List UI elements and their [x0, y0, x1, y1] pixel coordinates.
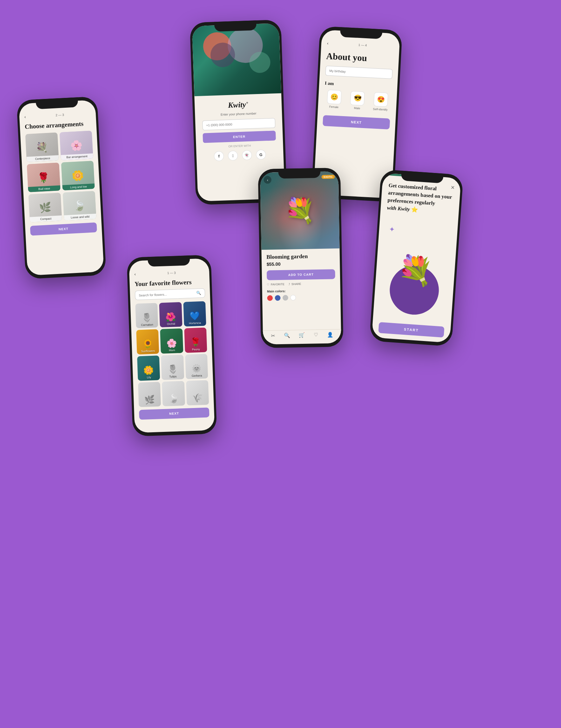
login-subtitle: Enter your phone number	[221, 112, 256, 116]
back-button[interactable]: ‹	[24, 114, 26, 120]
back-button[interactable]: ‹	[327, 40, 329, 46]
flower-gerbera[interactable]: 🌞 Gerbera	[185, 354, 208, 379]
flowers-title: Your favorite flowers	[134, 278, 205, 288]
promo-brand: with Kwity	[387, 205, 410, 212]
product-actions: ♡ FAVORITE ⤴ SHARE	[267, 282, 335, 286]
share-action[interactable]: ⤴ SHARE	[289, 282, 301, 286]
arrange-nav: ‹ 2 — 3	[24, 111, 91, 120]
phone-flowers-screen: ‹ 1 — 3 Your favorite flowers 🔍 🌷 Carnat…	[129, 258, 215, 433]
nav-search-icon[interactable]: 🔍	[284, 333, 290, 339]
back-button[interactable]: ‹	[134, 271, 136, 277]
flower-extra-1[interactable]: 🌿	[138, 382, 161, 407]
gender-self-identify[interactable]: 😍 Self-identify	[370, 92, 391, 112]
color-white[interactable]	[290, 295, 296, 300]
close-button[interactable]: ✕	[451, 185, 455, 191]
arrangement-bar[interactable]: 🌸 Bar arrangement	[60, 131, 93, 160]
color-blue[interactable]	[275, 295, 280, 301]
star-icon: ✦	[389, 225, 396, 234]
snapchat-login[interactable]: 👻	[242, 150, 252, 160]
lily-label: Lily	[147, 376, 151, 379]
product-colors	[267, 294, 336, 301]
favorite-action[interactable]: ♡ FAVORITE	[267, 283, 284, 286]
phone-product: 💐 ‹ EXOTIC Blooming garden $55.00 ADD TO…	[258, 168, 344, 348]
flowers-search-bar[interactable]: 🔍	[135, 288, 205, 300]
flower-peony[interactable]: 🌹 Peony	[184, 328, 207, 353]
product-price: $55.00	[266, 260, 335, 267]
arrangement-bud-vase[interactable]: 🌹 Bud vase	[27, 162, 60, 192]
apple-login[interactable]: 	[228, 151, 238, 161]
bottom-navigation: ✂ 🔍 🛒 ♡ 👤	[263, 329, 341, 341]
next-button[interactable]: NEXT	[30, 222, 97, 236]
app-logo: Kwity+	[228, 100, 249, 110]
phone-product-screen: 💐 ‹ EXOTIC Blooming garden $55.00 ADD TO…	[260, 171, 342, 345]
arrangements-title: Choose arrangements	[25, 120, 92, 131]
product-details: Blooming garden $55.00 ADD TO CART ♡ FAV…	[262, 248, 341, 305]
product-name: Blooming garden	[266, 253, 335, 260]
arrangement-long-low[interactable]: 🌼 Long and low	[61, 161, 95, 191]
next-button[interactable]: NEXT	[139, 407, 209, 420]
progress-indicator: 1 — 4	[331, 42, 394, 48]
self-identify-emoji: 😍	[373, 92, 388, 107]
gender-female[interactable]: 😊 Female	[324, 89, 345, 109]
arrangements-grid: 💐 Centerpiece 🌸 Bar arrangement 🌹 Bud va…	[25, 131, 96, 222]
flower-lily[interactable]: 🌼 Lily	[137, 355, 160, 381]
product-badge: EXOTIC	[322, 175, 335, 179]
arrangement-loose-wild[interactable]: 🍃 Loose and wild	[63, 191, 96, 221]
product-hero-image: 💐 ‹ EXOTIC	[260, 171, 340, 250]
male-label: Male	[354, 107, 360, 110]
flowers-search-input[interactable]	[139, 292, 194, 297]
phone-flowers: ‹ 1 — 3 Your favorite flowers 🔍 🌷 Carnat…	[127, 255, 217, 436]
progress-indicator: 1 — 3	[138, 270, 204, 276]
nav-profile-icon[interactable]: 👤	[327, 332, 333, 338]
about-nav: ‹ 1 — 4	[327, 40, 394, 49]
male-emoji: 😎	[350, 91, 365, 106]
self-identify-label: Self-identify	[373, 107, 387, 111]
color-gray[interactable]	[283, 295, 288, 301]
nav-scissors-icon[interactable]: ✂	[271, 333, 275, 339]
arrangement-centerpiece[interactable]: 💐 Centerpiece	[25, 132, 59, 162]
flower-hortencia[interactable]: 💙 Hortencia	[183, 301, 206, 327]
color-red[interactable]	[267, 295, 273, 301]
flower-tulips[interactable]: 🌷 Tulips	[161, 355, 184, 380]
or-divider: OR ENTER WITH	[228, 144, 251, 148]
phone-arrangements: ‹ 2 — 3 Choose arrangements 💐 Centerpiec…	[16, 96, 106, 279]
phone-arrangements-screen: ‹ 2 — 3 Choose arrangements 💐 Centerpiec…	[19, 100, 104, 276]
birthday-input[interactable]	[325, 66, 393, 79]
promo-headline: Get customized floral arrangements based…	[387, 182, 454, 216]
phone-notch	[214, 20, 257, 32]
flowers-nav: ‹ 1 — 3	[134, 269, 204, 277]
arrangement-compact[interactable]: 🌿 Compact	[28, 193, 62, 222]
flower-sunflowers[interactable]: 🌻 Sunflowers	[136, 329, 159, 354]
facebook-login[interactable]: f	[214, 151, 224, 161]
enter-button[interactable]: ENTER	[203, 131, 276, 143]
add-to-cart-button[interactable]: ADD TO CART	[267, 269, 335, 280]
share-icon: ⤴	[289, 283, 290, 286]
phone-promo-screen: ✕ Get customized floral arrangements bas…	[372, 173, 461, 343]
female-label: Female	[329, 105, 339, 109]
flowers-grid: 🌷 Carnation 🌺 Orchid 💙 Hortencia 🌻 Sunfl…	[135, 301, 209, 407]
nav-cart-icon[interactable]: 🛒	[299, 332, 305, 338]
flower-orchid[interactable]: 🌺 Orchid	[159, 302, 182, 327]
login-content: Kwity+ Enter your phone number ENTER OR …	[194, 93, 284, 166]
social-login-options: f  👻 G	[214, 149, 266, 161]
phone-notch	[278, 168, 320, 179]
flower-extra-2[interactable]: 🍃	[162, 381, 185, 406]
flower-carnation[interactable]: 🌷 Carnation	[135, 303, 158, 328]
google-login[interactable]: G	[256, 149, 266, 160]
tulips-label: Tulips	[169, 375, 176, 379]
orchid-label: Orchid	[167, 322, 175, 326]
start-button[interactable]: START	[378, 322, 445, 338]
progress-text: 1 — 4	[358, 43, 367, 47]
flower-extra-3[interactable]: 🌾	[186, 380, 209, 405]
next-button[interactable]: NEXT	[323, 115, 390, 129]
flower-mum[interactable]: 🌸 Mum	[160, 328, 183, 354]
gender-male[interactable]: 😎 Male	[347, 91, 368, 111]
phone-notch	[148, 255, 190, 267]
star-decoration: ⭐	[411, 206, 418, 213]
sunflowers-label: Sunflowers	[141, 349, 155, 353]
peony-label: Peony	[192, 348, 200, 351]
phone-input[interactable]	[202, 118, 276, 130]
heart-icon: ♡	[267, 283, 269, 286]
hortencia-label: Hortencia	[189, 321, 201, 325]
nav-heart-icon[interactable]: ♡	[314, 332, 318, 338]
